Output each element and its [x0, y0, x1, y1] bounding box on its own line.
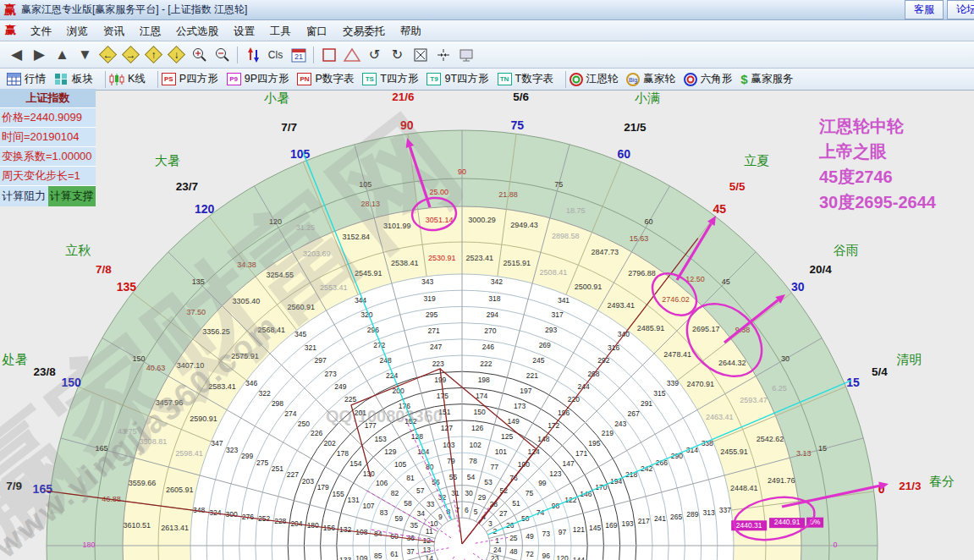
tb2-江恩轮[interactable]: 江恩轮	[570, 72, 619, 86]
diamond-right-icon[interactable]: →	[119, 44, 142, 66]
updown-icon[interactable]	[241, 44, 264, 66]
red-triangle-icon[interactable]	[340, 44, 363, 66]
svg-text:251: 251	[272, 464, 283, 473]
svg-text:195: 195	[588, 439, 600, 447]
diamond-left-icon[interactable]: ←	[96, 44, 119, 66]
svg-text:217: 217	[638, 517, 650, 525]
svg-text:2470.91: 2470.91	[687, 380, 715, 388]
menu-8[interactable]: 交易委托	[335, 23, 393, 40]
calc-resistance-button[interactable]: 计算阻力	[0, 186, 48, 206]
svg-text:2485.91: 2485.91	[637, 324, 665, 332]
svg-text:1: 1	[495, 536, 499, 545]
svg-text:342: 342	[491, 277, 503, 286]
box-x-icon[interactable]	[409, 44, 432, 66]
customer-service-button[interactable]: 客服	[905, 0, 944, 19]
svg-text:319: 319	[424, 294, 436, 303]
svg-text:21/5: 21/5	[624, 121, 647, 134]
svg-text:295: 295	[426, 310, 437, 319]
svg-text:341: 341	[558, 296, 570, 305]
svg-text:222: 222	[480, 360, 492, 368]
svg-text:315: 315	[653, 389, 665, 398]
svg-text:96: 96	[542, 552, 551, 560]
svg-text:320: 320	[360, 310, 372, 319]
tb2-赢家轮[interactable]: Big赢家轮	[626, 72, 675, 86]
menu-4[interactable]: 公式选股	[168, 23, 226, 40]
rotate-ccw-icon[interactable]: ↺	[363, 44, 386, 66]
svg-text:339: 339	[667, 379, 679, 387]
menu-2[interactable]: 资讯	[96, 23, 132, 40]
svg-text:51: 51	[512, 499, 520, 508]
svg-text:199: 199	[434, 376, 446, 384]
arrow-down-solid-icon[interactable]: ▼	[74, 44, 96, 66]
red-square-icon[interactable]	[317, 44, 340, 66]
svg-text:大暑: 大暑	[155, 153, 180, 167]
svg-text:←: ←	[102, 49, 113, 61]
center-arrows-icon[interactable]	[432, 44, 454, 66]
svg-text:53: 53	[484, 478, 493, 486]
tb2-T四方形[interactable]: TST四方形	[362, 72, 418, 86]
calc-support-button[interactable]: 计算支撑	[48, 186, 96, 206]
menu-0[interactable]: 文件	[23, 23, 59, 40]
arrow-right-icon[interactable]: ▶	[28, 44, 51, 66]
tb2-P数字表[interactable]: PNP数字表	[297, 72, 354, 86]
svg-text:48: 48	[509, 547, 518, 556]
arrow-left-icon[interactable]: ◀	[5, 44, 28, 66]
arrow-up-solid-icon[interactable]: ▲	[51, 44, 74, 66]
svg-text:45: 45	[722, 277, 730, 286]
diamond-up-icon[interactable]: ↑	[142, 44, 165, 66]
menu-1[interactable]: 浏览	[59, 23, 96, 40]
svg-text:241: 241	[654, 514, 666, 523]
svg-text:153: 153	[374, 435, 386, 443]
menu-7[interactable]: 窗口	[299, 23, 335, 40]
svg-text:23/7: 23/7	[176, 180, 198, 193]
svg-text:245: 245	[532, 356, 544, 365]
rotate-cw-icon[interactable]: ↻	[386, 44, 409, 66]
calendar-icon[interactable]: 21	[287, 44, 310, 66]
svg-text:135: 135	[117, 280, 137, 294]
tb2-六角形[interactable]: 六角形	[684, 72, 733, 86]
svg-text:155: 155	[333, 490, 344, 498]
svg-text:60: 60	[618, 147, 631, 161]
svg-text:2478.41: 2478.41	[663, 350, 691, 359]
tb2-P四方形[interactable]: PSP四方形	[162, 72, 218, 86]
svg-text:↑: ↑	[151, 49, 156, 61]
svg-text:37: 37	[406, 547, 415, 556]
tb2-9P四方形[interactable]: P99P四方形	[227, 72, 289, 86]
svg-text:299: 299	[241, 452, 253, 460]
svg-text:立秋: 立秋	[65, 243, 91, 257]
svg-text:24: 24	[493, 546, 502, 554]
svg-text:2796.88: 2796.88	[628, 269, 656, 277]
tb2-T数字表[interactable]: TNT数字表	[498, 72, 553, 86]
svg-text:15: 15	[846, 376, 860, 389]
diamond-down-icon[interactable]: ↓	[165, 44, 188, 66]
svg-text:105: 105	[290, 147, 311, 161]
menu-3[interactable]: 江恩	[132, 23, 168, 40]
svg-text:77: 77	[491, 463, 499, 471]
menu-logo-icon: 赢	[5, 23, 16, 38]
forum-button[interactable]: 论坛	[947, 0, 974, 19]
svg-text:立夏: 立夏	[744, 153, 769, 167]
menu-6[interactable]: 工具	[262, 23, 299, 40]
tb2-9T四方形[interactable]: T99T四方形	[426, 72, 488, 86]
zoom-in-icon[interactable]	[188, 44, 211, 66]
tb2-K线[interactable]: K线	[109, 72, 146, 86]
screen-icon[interactable]	[454, 44, 477, 66]
menu-5[interactable]: 设置	[226, 23, 262, 40]
tb2-赢家服务[interactable]: $赢家服务	[740, 72, 793, 86]
svg-text:274: 274	[284, 409, 296, 418]
svg-text:150: 150	[474, 408, 486, 416]
svg-text:226: 226	[311, 429, 322, 437]
tb2-行情[interactable]: 行情	[7, 72, 46, 86]
zoom-out-icon[interactable]	[211, 44, 234, 66]
svg-text:75: 75	[510, 118, 524, 132]
svg-text:5/5: 5/5	[729, 180, 746, 193]
svg-text:174: 174	[476, 392, 487, 400]
svg-text:154: 154	[349, 459, 361, 468]
svg-text:2898.58: 2898.58	[552, 232, 580, 240]
svg-text:173: 173	[514, 402, 526, 410]
cls-icon[interactable]: Cls	[264, 44, 287, 66]
svg-text:323: 323	[226, 446, 238, 454]
svg-text:13: 13	[423, 546, 432, 554]
tb2-板块[interactable]: 板块	[54, 72, 93, 86]
menu-9[interactable]: 帮助	[393, 23, 429, 40]
